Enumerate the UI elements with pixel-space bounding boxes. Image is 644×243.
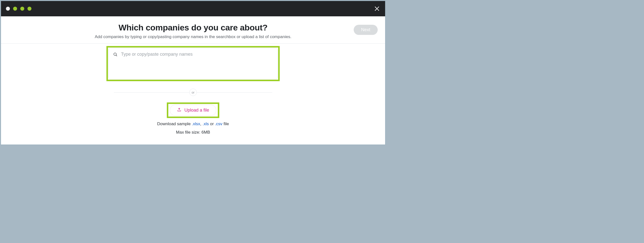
csv-link[interactable]: .csv (215, 122, 222, 126)
dot-2-icon (13, 7, 17, 11)
titlebar (1, 1, 385, 16)
xls-link[interactable]: .xls (202, 122, 209, 126)
or-divider: or (114, 88, 272, 96)
xlsx-link[interactable]: .xlsx (192, 122, 200, 126)
page-title: Which companies do you care about? (8, 23, 378, 32)
content-area: or Upload a file Download sample .xlsx, … (1, 44, 385, 144)
sep1: , (200, 122, 202, 126)
divider-line-right (196, 92, 272, 92)
sample-prefix: Download sample (157, 122, 192, 126)
upload-highlight-frame: Upload a file (167, 102, 219, 118)
search-icon (113, 52, 118, 58)
upload-file-button[interactable]: Upload a file (170, 105, 216, 116)
svg-line-3 (116, 55, 117, 56)
search-highlight-frame (106, 46, 280, 81)
max-file-size-text: Max file size: 6MB (176, 130, 210, 135)
header-section: Which companies do you care about? Add c… (1, 16, 385, 44)
or-badge: or (189, 88, 197, 96)
window-controls (6, 7, 32, 11)
next-button[interactable]: Next (354, 25, 378, 35)
modal-window: Which companies do you care about? Add c… (0, 0, 386, 145)
download-sample-text: Download sample .xlsx, .xls or .csv file (157, 122, 229, 126)
company-searchbox[interactable] (108, 48, 278, 79)
sample-suffix: file (222, 122, 229, 126)
dot-4-icon (28, 7, 32, 11)
divider-line-left (114, 92, 190, 92)
upload-icon (177, 108, 182, 113)
dot-3-icon (20, 7, 24, 11)
upload-button-label: Upload a file (184, 108, 209, 113)
sep2: or (209, 122, 215, 126)
company-search-input[interactable] (121, 52, 273, 57)
close-icon[interactable] (374, 6, 380, 12)
dot-1-icon (6, 7, 10, 11)
page-subtitle: Add companies by typing or copy/pasting … (8, 34, 378, 39)
